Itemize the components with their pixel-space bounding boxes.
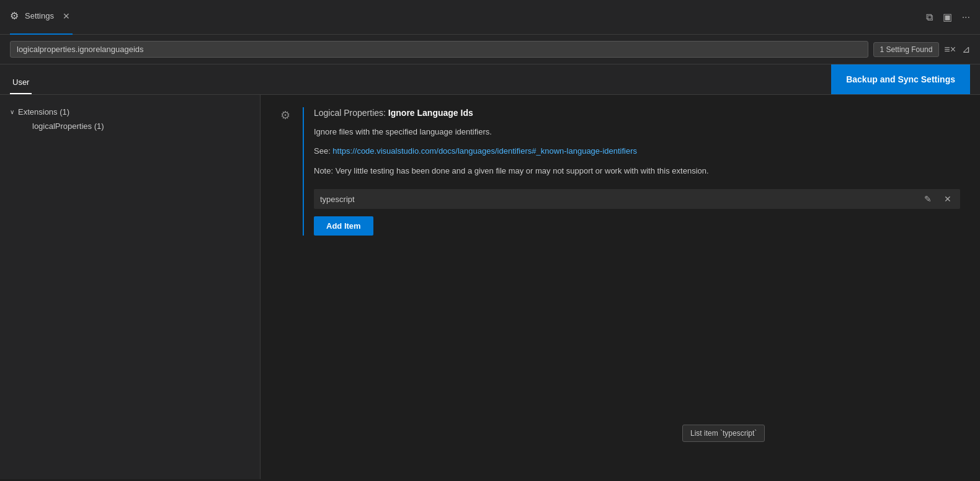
layout-icon[interactable]: ▣ [943, 11, 952, 23]
search-input[interactable] [17, 45, 862, 54]
tab-bar: User Backup and Sync Settings [0, 64, 980, 95]
chevron-down-icon: ∨ [10, 108, 14, 115]
search-action-icons: ≡× ⊿ [944, 43, 970, 55]
setting-title: Logical Properties: Ignore Language Ids [314, 107, 960, 120]
setting-see-link: See: https://code.visualstudio.com/docs/… [314, 145, 960, 157]
search-input-wrapper [10, 41, 868, 58]
see-label: See: [314, 146, 332, 156]
setting-row: ⚙ Logical Properties: Ignore Language Id… [280, 107, 960, 236]
title-bar: ⚙ Settings ✕ ⧉ ▣ ··· [0, 0, 980, 35]
sidebar: ∨ Extensions (1) logicalProperties (1) [0, 95, 261, 479]
setting-title-bold: Ignore Language Ids [388, 108, 473, 118]
remove-item-button[interactable]: ✕ [942, 193, 954, 205]
list-item: typescript ✎ ✕ [314, 189, 960, 209]
setting-gear-icon[interactable]: ⚙ [280, 108, 290, 236]
sidebar-group-extensions[interactable]: ∨ Extensions (1) [0, 105, 260, 119]
backup-sync-button[interactable]: Backup and Sync Settings [831, 64, 970, 94]
add-item-button[interactable]: Add Item [314, 216, 373, 236]
search-results-badge: 1 Setting Found [873, 42, 940, 57]
sidebar-group-label: Extensions (1) [18, 107, 69, 117]
tab-user-label[interactable]: User [10, 77, 32, 94]
list-item-actions: ✎ ✕ [922, 193, 954, 205]
setting-content: Logical Properties: Ignore Language Ids … [303, 107, 960, 236]
setting-title-prefix: Logical Properties: [314, 108, 388, 118]
settings-panel: ⚙ Logical Properties: Ignore Language Id… [261, 95, 980, 479]
clear-filters-icon[interactable]: ≡× [944, 44, 956, 55]
more-actions-icon[interactable]: ··· [962, 12, 970, 23]
docs-link[interactable]: https://code.visualstudio.com/docs/langu… [332, 146, 637, 156]
settings-tab[interactable]: ⚙ Settings ✕ [10, 1, 73, 35]
tooltip: List item `typescript` [682, 425, 765, 442]
split-editor-icon[interactable]: ⧉ [926, 12, 933, 23]
sidebar-item-label: logicalProperties (1) [32, 121, 104, 131]
edit-item-button[interactable]: ✎ [922, 193, 934, 205]
settings-sliders-icon: ⚙ [10, 10, 19, 22]
tab-user: User [10, 64, 32, 94]
filter-icon[interactable]: ⊿ [962, 43, 970, 55]
search-bar: 1 Setting Found ≡× ⊿ [0, 35, 980, 64]
close-tab-button[interactable]: ✕ [60, 10, 73, 22]
setting-description: Ignore files with the specified language… [314, 126, 960, 138]
sidebar-item-logicalproperties[interactable]: logicalProperties (1) [0, 119, 260, 133]
setting-note: Note: Very little testing has been done … [314, 165, 960, 177]
toolbar-actions: ⧉ ▣ ··· [926, 11, 970, 23]
tab-title: Settings [25, 11, 54, 20]
main-content: ∨ Extensions (1) logicalProperties (1) ⚙… [0, 95, 980, 479]
list-item-value: typescript [320, 195, 355, 204]
